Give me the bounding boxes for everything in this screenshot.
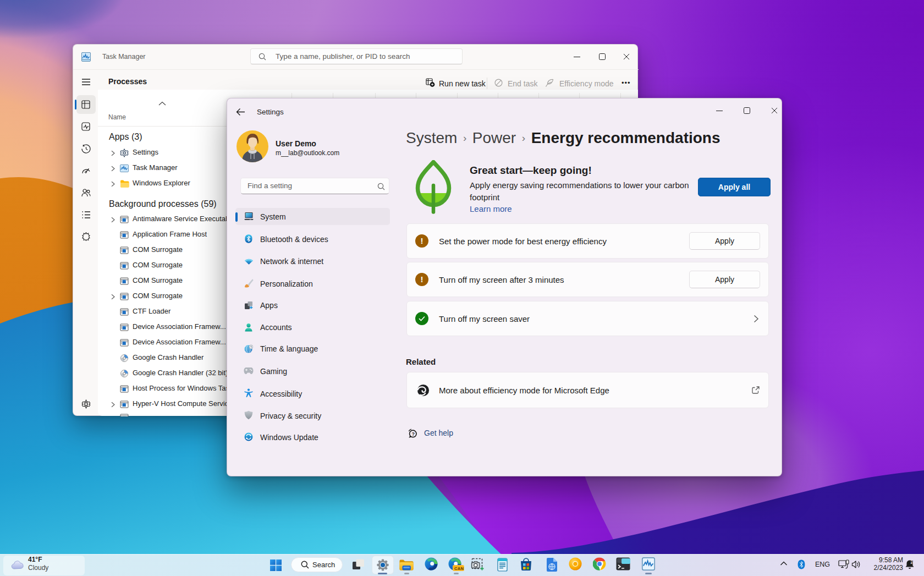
svg-text:?: ? <box>412 431 415 437</box>
svg-text:z: z <box>912 559 914 563</box>
